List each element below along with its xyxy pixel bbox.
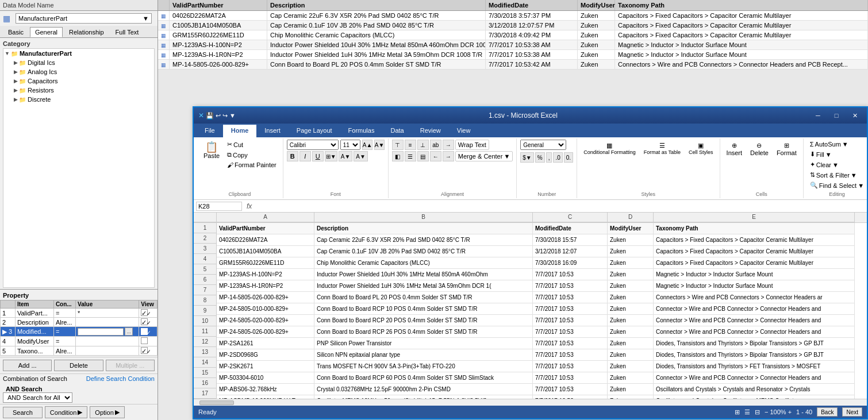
copy-button[interactable]: ⧉ Copy — [224, 150, 279, 160]
header-vpn[interactable]: ValidPartNumber — [170, 0, 267, 10]
table-row[interactable]: MP-2SD0968G Silicon NPN epitaxial planar… — [217, 349, 867, 361]
layout-view-icon[interactable]: ☰ — [744, 409, 750, 416]
angle-text-button[interactable]: ab — [430, 140, 441, 150]
cell-d8[interactable]: Zuken — [608, 303, 654, 315]
cell-c12[interactable]: 7/7/2017 10:53 — [533, 349, 608, 361]
table-row[interactable]: ValidPartNumber Description ModifiedDate… — [217, 223, 867, 234]
increase-indent-button[interactable]: → — [443, 140, 454, 150]
cell-a3[interactable]: C1005JB1A104M050BA — [217, 246, 314, 257]
cell-a2[interactable]: 04026D226MAT2A — [217, 234, 314, 246]
font-size-select[interactable]: 11 — [340, 140, 360, 150]
page-break-icon[interactable]: ⊟ — [755, 409, 760, 416]
tree-item-manufacturer-part[interactable]: ▼ 📁 ManufacturerPart — [3, 49, 154, 58]
wrap-text-button[interactable]: Wrap Text — [455, 140, 489, 150]
col-header-d[interactable]: D — [608, 213, 654, 222]
tab-data[interactable]: Data — [382, 125, 412, 137]
maximize-button[interactable]: □ — [829, 110, 844, 121]
cell-b1[interactable]: Description — [314, 223, 533, 234]
quick-access-menu[interactable]: ▼ — [229, 112, 236, 119]
cell-c9[interactable]: 7/7/2017 10:53 — [533, 315, 608, 326]
increase-decimal[interactable]: .0 — [553, 152, 562, 163]
col-header-b[interactable]: B — [314, 213, 533, 222]
cell-a7[interactable]: MP-14-5805-026-000-829+ — [217, 292, 314, 303]
tree-item-digital-ics[interactable]: ▶ 📁 Digital Ics — [3, 58, 154, 67]
align-bottom-button[interactable]: ⊥ — [417, 140, 429, 150]
tab-formulas[interactable]: Formulas — [340, 125, 383, 137]
cell-a15[interactable]: MP-ABS06-32.768kHz — [217, 384, 314, 395]
header-desc[interactable]: Description — [267, 0, 486, 10]
cell-a12[interactable]: MP-2SD0968G — [217, 349, 314, 361]
table-row[interactable]: 04026D226MAT2A Cap Ceramic 22uF 6.3V X5R… — [217, 234, 867, 246]
cell-b4[interactable]: Chip Monolithic Ceramic Capacitors (MLCC… — [314, 257, 533, 269]
tree-item-capacitors[interactable]: ▶ 📁 Capacitors — [3, 76, 154, 86]
name-box[interactable] — [196, 202, 242, 211]
list-item[interactable]: ▦ MP-1239AS-H-100N=P2 Inductor Power Shi… — [158, 40, 868, 50]
cell-c1[interactable]: ModifiedDate — [533, 223, 608, 234]
align-top-button[interactable]: ⊤ — [392, 140, 404, 150]
cell-d4[interactable]: Zuken — [608, 257, 654, 269]
col-header-a[interactable]: A — [217, 213, 314, 222]
value-input[interactable] — [78, 328, 124, 336]
cell-b6[interactable]: Inductor Power Shielded 1uH 30% 1MHz Met… — [314, 280, 533, 292]
condition-button[interactable]: Condition ▶ — [45, 406, 87, 418]
view-checkbox[interactable]: ✓ — [141, 309, 148, 316]
cell-b3[interactable]: Cap Ceramic 0.1uF 10V JB 20% Pad SMD 040… — [314, 246, 533, 257]
cell-e15[interactable]: Oscillators and Crystals > Crystals and … — [654, 384, 855, 395]
cell-c3[interactable]: 3/12/2018 12:07 — [533, 246, 608, 257]
cell-e1[interactable]: Taxonomy Path — [654, 223, 855, 234]
cell-a1[interactable]: ValidPartNumber — [217, 223, 314, 234]
cell-b11[interactable]: PNP Silicon Power Transistor — [314, 338, 533, 349]
insert-button[interactable]: ⊕ Insert — [724, 140, 746, 159]
cell-d2[interactable]: Zuken — [608, 234, 654, 246]
font-grow-button[interactable]: A▲ — [362, 140, 372, 150]
view-checkbox[interactable] — [141, 337, 148, 344]
cell-c13[interactable]: 7/7/2017 10:53 — [533, 361, 608, 372]
cell-b15[interactable]: Crystal 0.032768MHz 12.5pF 90000hm 2-Pin… — [314, 384, 533, 395]
cell-c2[interactable]: 7/30/2018 15:57 — [533, 234, 608, 246]
cell-e9[interactable]: Connector > Wire and PCB Connector > Con… — [654, 315, 855, 326]
tab-insert[interactable]: Insert — [256, 125, 289, 137]
tab-file[interactable]: File — [197, 125, 223, 137]
tab-review[interactable]: Review — [412, 125, 449, 137]
tab-general[interactable]: General — [30, 27, 63, 37]
cell-b2[interactable]: Cap Ceramic 22uF 6.3V X5R 20% Pad SMD 04… — [314, 234, 533, 246]
and-search-combo[interactable]: AND Search for All — [3, 392, 72, 403]
expand-icon[interactable]: ▶ — [14, 60, 18, 65]
list-item[interactable]: ▦ C1005JB1A104M050BA Cap Ceramic 0.1uF 1… — [158, 21, 868, 30]
col-header-e[interactable]: E — [654, 213, 855, 222]
cell-c10[interactable]: 7/7/2017 10:53 — [533, 326, 608, 338]
cell-a13[interactable]: MP-2SK2671 — [217, 361, 314, 372]
currency-button[interactable]: $▼ — [520, 152, 533, 163]
fill-color-button[interactable]: A▼ — [339, 151, 353, 161]
search-button[interactable]: Search — [3, 407, 43, 418]
view-checkbox[interactable]: ✓ — [141, 347, 148, 354]
cell-e2[interactable]: Capacitors > Fixed Capacitors > Capacito… — [654, 234, 855, 246]
tree-item-analog-ics[interactable]: ▶ 📁 Analog Ics — [3, 67, 154, 76]
next-button[interactable]: Next — [842, 407, 862, 417]
cell-d12[interactable]: Zuken — [608, 349, 654, 361]
sort-filter-button[interactable]: ⇅ Sort & Filter ▼ — [807, 170, 860, 180]
comma-button[interactable]: , — [546, 152, 552, 163]
expand-icon[interactable]: ▶ — [14, 87, 18, 93]
cell-d14[interactable]: Zuken — [608, 372, 654, 384]
cell-a11[interactable]: MP-2SA1261 — [217, 338, 314, 349]
format-table-button[interactable]: ☰ Format as Table — [641, 140, 683, 157]
cell-b8[interactable]: Conn Board to Board RCP 10 POS 0.4mm Sol… — [314, 303, 533, 315]
cell-c11[interactable]: 7/7/2017 10:53 — [533, 338, 608, 349]
cell-d5[interactable]: Zuken — [608, 269, 654, 280]
header-date[interactable]: ModifiedDate — [486, 0, 578, 10]
cell-e4[interactable]: Capacitors > Fixed Capacitors > Capacito… — [654, 257, 855, 269]
cell-a5[interactable]: MP-1239AS-H-100N=P2 — [217, 269, 314, 280]
cell-d15[interactable]: Zuken — [608, 384, 654, 395]
fill-button[interactable]: ⬇ Fill ▼ — [807, 149, 835, 159]
header-tax[interactable]: Taxonomy Path — [615, 0, 868, 10]
cell-b14[interactable]: Conn Board to Board RCP 60 POS 0.4mm Sol… — [314, 372, 533, 384]
cell-e8[interactable]: Connector > Wire and PCB Connector > Con… — [654, 303, 855, 315]
table-row[interactable]: MP-1239AS-H-100N=P2 Inductor Power Shiel… — [217, 269, 867, 280]
cell-a8[interactable]: MP-24-5805-010-000-829+ — [217, 303, 314, 315]
expand-icon[interactable]: ▶ — [14, 97, 18, 102]
cell-c14[interactable]: 7/7/2017 10:53 — [533, 372, 608, 384]
paste-button[interactable]: 📋 Paste — [200, 140, 223, 161]
model-dropdown[interactable]: ManufacturerPart ▼ — [16, 13, 152, 24]
table-row[interactable]: MP-2SA1261 PNP Silicon Power Transistor … — [217, 338, 867, 349]
